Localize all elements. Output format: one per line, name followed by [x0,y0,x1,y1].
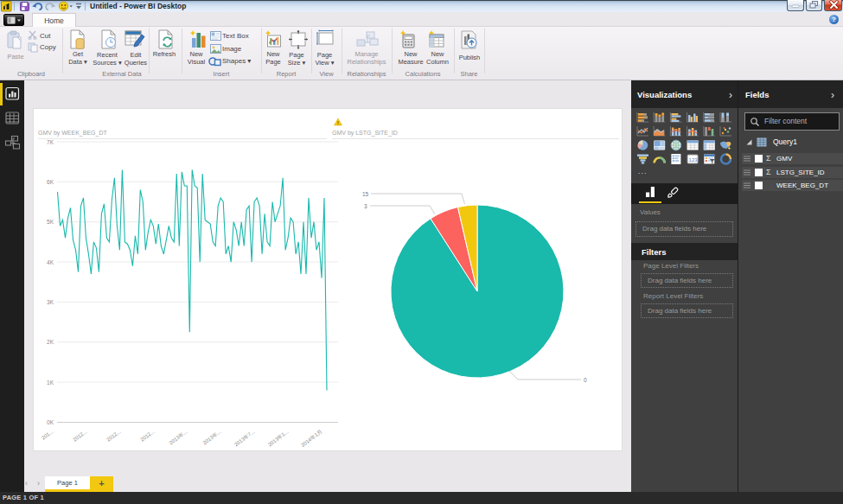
svg-text:1K: 1K [47,380,54,386]
svg-text:3K: 3K [47,299,54,305]
svg-text:2012...: 2012... [139,429,156,443]
svg-text:0K: 0K [47,419,54,425]
svg-text:15: 15 [362,191,369,197]
svg-text:2012...: 2012... [105,429,122,443]
svg-text:GMV by WEEK_BEG_DT: GMV by WEEK_BEG_DT [38,130,107,137]
svg-text:0: 0 [584,377,587,383]
svg-text:123: 123 [689,157,699,163]
svg-text:2013年...: 2013年... [202,429,222,446]
svg-text:4K: 4K [47,259,54,265]
svg-text:7K: 7K [47,139,54,145]
svg-text:2K: 2K [47,339,54,345]
svg-text:5K: 5K [47,219,54,225]
svg-text:2013年1...: 2013年1... [267,429,290,448]
svg-text:3: 3 [364,203,367,209]
svg-text:2012...: 2012... [72,429,88,443]
svg-text:2013年...: 2013年... [169,429,188,446]
svg-text:2014年1月: 2014年1月 [300,429,323,449]
svg-text:6K: 6K [47,179,54,185]
svg-text:2013年7...: 2013年7... [233,429,256,448]
svg-text:...: ... [638,167,648,175]
svg-text:201...: 201... [41,429,54,441]
svg-text:GMV by LSTG_SITE_ID: GMV by LSTG_SITE_ID [332,130,398,137]
